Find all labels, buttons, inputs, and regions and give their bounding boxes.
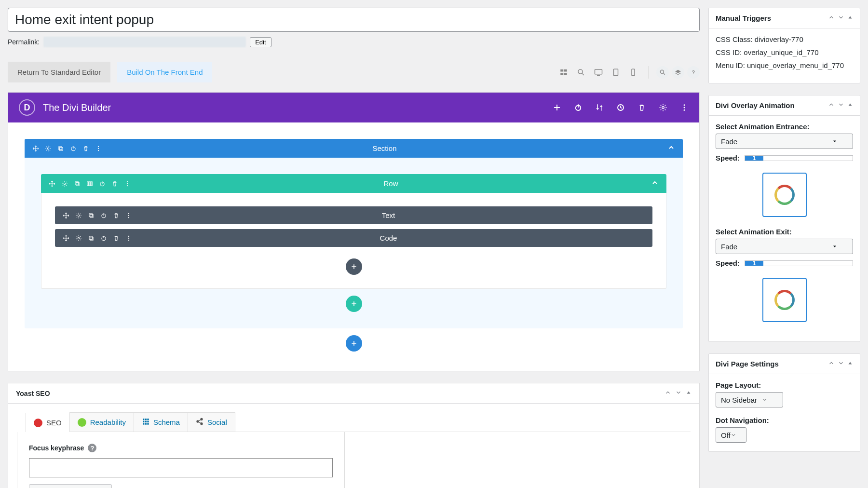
chevron-up-icon[interactable] — [828, 360, 835, 368]
collapse-row-icon[interactable] — [651, 179, 659, 188]
exit-select[interactable]: Fade — [716, 239, 853, 254]
chevron-down-icon[interactable] — [838, 360, 844, 368]
chevron-up-icon[interactable] — [828, 101, 835, 109]
trash-icon[interactable] — [113, 235, 120, 242]
trash-icon[interactable] — [111, 180, 118, 187]
svg-marker-75 — [849, 362, 852, 365]
entrance-speed-slider[interactable]: 1 — [745, 155, 853, 161]
svg-point-55 — [128, 239, 129, 240]
svg-rect-57 — [143, 419, 144, 420]
add-section-button[interactable] — [346, 335, 362, 352]
row-bar[interactable]: Row — [41, 174, 666, 193]
move-icon[interactable] — [63, 212, 69, 219]
return-standard-editor-button[interactable]: Return To Standard Editor — [8, 62, 110, 82]
share-icon — [196, 418, 203, 427]
triangle-up-icon[interactable] — [686, 389, 692, 397]
svg-point-4 — [578, 69, 583, 74]
trash-icon[interactable] — [113, 212, 120, 219]
duplicate-icon[interactable] — [88, 235, 95, 242]
exit-speed-slider[interactable]: 1 — [745, 260, 853, 266]
power-icon[interactable] — [574, 103, 583, 112]
move-icon[interactable] — [63, 235, 69, 242]
power-icon[interactable] — [70, 145, 77, 152]
move-icon[interactable] — [49, 180, 55, 187]
svg-point-46 — [128, 215, 129, 216]
svg-point-26 — [98, 146, 99, 147]
focus-keyphrase-input[interactable] — [29, 458, 333, 477]
history-icon[interactable] — [616, 103, 625, 112]
page-layout-select[interactable]: No Sidebar — [716, 392, 783, 407]
move-icon[interactable] — [32, 145, 39, 152]
more-icon[interactable] — [125, 212, 132, 219]
yoast-panel-title: Yoast SEO — [16, 390, 665, 397]
svg-marker-12 — [675, 69, 681, 73]
svg-rect-61 — [145, 421, 147, 422]
gear-icon[interactable] — [75, 235, 82, 242]
more-icon[interactable] — [95, 145, 102, 152]
chevron-down-icon[interactable] — [838, 101, 844, 109]
triangle-up-icon[interactable] — [847, 360, 853, 368]
chevron-up-icon[interactable] — [665, 389, 671, 397]
svg-marker-71 — [849, 16, 852, 19]
build-front-end-button[interactable]: Build On The Front End — [117, 62, 212, 82]
tab-social[interactable]: Social — [188, 412, 235, 432]
duplicate-icon[interactable] — [88, 212, 95, 219]
module-text[interactable]: Text — [55, 206, 652, 224]
zoom-icon[interactable] — [574, 65, 588, 80]
more-menu-icon[interactable] — [680, 103, 689, 112]
tab-schema[interactable]: Schema — [134, 412, 188, 432]
post-title-input[interactable] — [8, 8, 700, 32]
chevron-down-icon[interactable] — [838, 14, 844, 22]
entrance-select[interactable]: Fade — [716, 134, 853, 149]
css-id-value: CSS ID: overlay_unique_id_770 — [716, 48, 853, 56]
help-icon[interactable]: ? — [88, 444, 96, 452]
tablet-view-icon[interactable] — [609, 65, 623, 80]
columns-icon[interactable] — [86, 180, 93, 187]
section-bar[interactable]: Section — [25, 139, 683, 158]
gear-icon[interactable] — [61, 180, 68, 187]
layers-icon[interactable] — [672, 66, 684, 79]
power-icon[interactable] — [100, 235, 107, 242]
clear-layout-icon[interactable] — [637, 103, 646, 112]
duplicate-icon[interactable] — [74, 180, 81, 187]
trash-icon[interactable] — [82, 145, 89, 152]
wireframe-view-icon[interactable] — [556, 65, 571, 80]
tab-readability[interactable]: Readability — [69, 412, 134, 432]
css-class-value: CSS Class: divioverlay-770 — [716, 35, 853, 43]
help-icon[interactable]: ? — [687, 66, 700, 79]
power-icon[interactable] — [99, 180, 106, 187]
chevron-up-icon[interactable] — [828, 14, 835, 22]
gear-icon[interactable] — [75, 212, 82, 219]
svg-rect-49 — [90, 237, 93, 240]
tab-seo[interactable]: SEO — [26, 413, 70, 432]
triangle-up-icon[interactable] — [847, 101, 853, 109]
svg-rect-32 — [87, 181, 89, 185]
desktop-view-icon[interactable] — [591, 65, 606, 80]
module-code[interactable]: Code — [55, 229, 652, 247]
more-icon[interactable] — [124, 180, 131, 187]
svg-line-70 — [199, 422, 201, 423]
triangle-up-icon[interactable] — [847, 14, 853, 22]
add-module-button[interactable] — [346, 258, 362, 275]
grid-icon — [142, 418, 149, 427]
power-icon[interactable] — [100, 212, 107, 219]
phone-view-icon[interactable] — [626, 65, 640, 80]
add-row-button[interactable] — [346, 296, 362, 312]
collapse-section-icon[interactable] — [667, 144, 675, 153]
settings-icon[interactable] — [659, 103, 667, 112]
edit-permalink-button[interactable]: Edit — [250, 37, 271, 47]
sort-icon[interactable] — [595, 103, 604, 112]
module-label: Code — [132, 234, 645, 242]
chevron-down-icon[interactable] — [675, 389, 682, 397]
duplicate-icon[interactable] — [57, 145, 64, 152]
svg-point-48 — [78, 237, 80, 239]
add-from-library-icon[interactable] — [553, 103, 561, 112]
search-layouts-icon[interactable] — [656, 66, 669, 79]
svg-rect-42 — [89, 213, 92, 216]
get-related-keyphrases-button[interactable]: Get related keyphrases — [29, 484, 112, 488]
gear-icon[interactable] — [45, 145, 52, 152]
svg-text:?: ? — [692, 69, 695, 75]
svg-rect-34 — [91, 181, 92, 185]
more-icon[interactable] — [125, 235, 132, 242]
dot-navigation-select[interactable]: Off — [716, 427, 746, 443]
